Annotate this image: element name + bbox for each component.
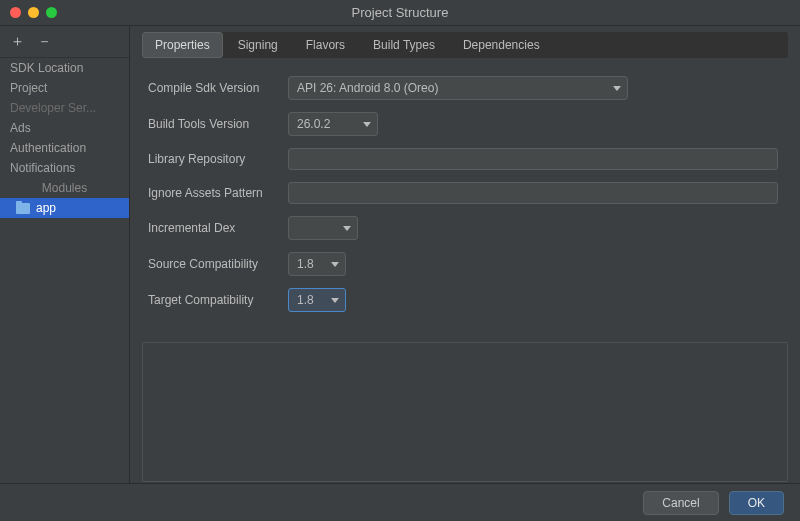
dropdown-compile-sdk[interactable]: API 26: Android 8.0 (Oreo) bbox=[288, 76, 628, 100]
tab-properties[interactable]: Properties bbox=[142, 32, 223, 58]
row-ignore-assets: Ignore Assets Pattern bbox=[148, 182, 788, 204]
input-ignore-assets[interactable] bbox=[288, 182, 778, 204]
sidebar-item-app[interactable]: app bbox=[0, 198, 129, 218]
row-compile-sdk: Compile Sdk Version API 26: Android 8.0 … bbox=[148, 76, 788, 100]
sidebar-item-label: app bbox=[36, 201, 56, 215]
dropdown-target-compat[interactable]: 1.8 bbox=[288, 288, 346, 312]
folder-icon bbox=[16, 203, 30, 214]
maximize-icon[interactable] bbox=[46, 7, 57, 18]
sidebar-toolbar: ＋ － bbox=[0, 26, 129, 58]
tabs: Properties Signing Flavors Build Types D… bbox=[142, 32, 788, 58]
sidebar-item-developer-services[interactable]: Developer Ser... bbox=[0, 98, 129, 118]
chevron-down-icon bbox=[331, 298, 339, 303]
row-source-compat: Source Compatibility 1.8 bbox=[148, 252, 788, 276]
main-panel: Properties Signing Flavors Build Types D… bbox=[130, 26, 800, 483]
close-icon[interactable] bbox=[10, 7, 21, 18]
remove-icon[interactable]: － bbox=[37, 32, 52, 51]
dropdown-value: 26.0.2 bbox=[297, 117, 330, 131]
label-incremental-dex: Incremental Dex bbox=[148, 221, 276, 235]
details-area bbox=[142, 342, 788, 482]
sidebar-modules-header: Modules bbox=[0, 178, 129, 198]
chevron-down-icon bbox=[613, 86, 621, 91]
dropdown-incremental-dex[interactable] bbox=[288, 216, 358, 240]
chevron-down-icon bbox=[363, 122, 371, 127]
window-controls bbox=[0, 7, 57, 18]
label-build-tools: Build Tools Version bbox=[148, 117, 276, 131]
sidebar-item-ads[interactable]: Ads bbox=[0, 118, 129, 138]
row-target-compat: Target Compatibility 1.8 bbox=[148, 288, 788, 312]
ok-button[interactable]: OK bbox=[729, 491, 784, 515]
input-library-repo[interactable] bbox=[288, 148, 778, 170]
sidebar-item-sdk-location[interactable]: SDK Location bbox=[0, 58, 129, 78]
row-library-repo: Library Repository bbox=[148, 148, 788, 170]
window-title: Project Structure bbox=[0, 5, 800, 20]
chevron-down-icon bbox=[343, 226, 351, 231]
sidebar-item-authentication[interactable]: Authentication bbox=[0, 138, 129, 158]
chevron-down-icon bbox=[331, 262, 339, 267]
label-compile-sdk: Compile Sdk Version bbox=[148, 81, 276, 95]
tab-signing[interactable]: Signing bbox=[225, 32, 291, 58]
cancel-button[interactable]: Cancel bbox=[643, 491, 718, 515]
label-source-compat: Source Compatibility bbox=[148, 257, 276, 271]
dropdown-value: API 26: Android 8.0 (Oreo) bbox=[297, 81, 438, 95]
dropdown-value: 1.8 bbox=[297, 293, 314, 307]
dropdown-value: 1.8 bbox=[297, 257, 314, 271]
tab-dependencies[interactable]: Dependencies bbox=[450, 32, 553, 58]
minimize-icon[interactable] bbox=[28, 7, 39, 18]
label-library-repo: Library Repository bbox=[148, 152, 276, 166]
footer: Cancel OK bbox=[0, 483, 800, 521]
tab-flavors[interactable]: Flavors bbox=[293, 32, 358, 58]
label-ignore-assets: Ignore Assets Pattern bbox=[148, 186, 276, 200]
properties-form: Compile Sdk Version API 26: Android 8.0 … bbox=[142, 76, 788, 324]
row-build-tools: Build Tools Version 26.0.2 bbox=[148, 112, 788, 136]
sidebar-item-notifications[interactable]: Notifications bbox=[0, 158, 129, 178]
sidebar: ＋ － SDK Location Project Developer Ser..… bbox=[0, 26, 130, 483]
dropdown-source-compat[interactable]: 1.8 bbox=[288, 252, 346, 276]
titlebar: Project Structure bbox=[0, 0, 800, 26]
dropdown-build-tools[interactable]: 26.0.2 bbox=[288, 112, 378, 136]
sidebar-item-project[interactable]: Project bbox=[0, 78, 129, 98]
tab-build-types[interactable]: Build Types bbox=[360, 32, 448, 58]
label-target-compat: Target Compatibility bbox=[148, 293, 276, 307]
row-incremental-dex: Incremental Dex bbox=[148, 216, 788, 240]
add-icon[interactable]: ＋ bbox=[10, 32, 25, 51]
